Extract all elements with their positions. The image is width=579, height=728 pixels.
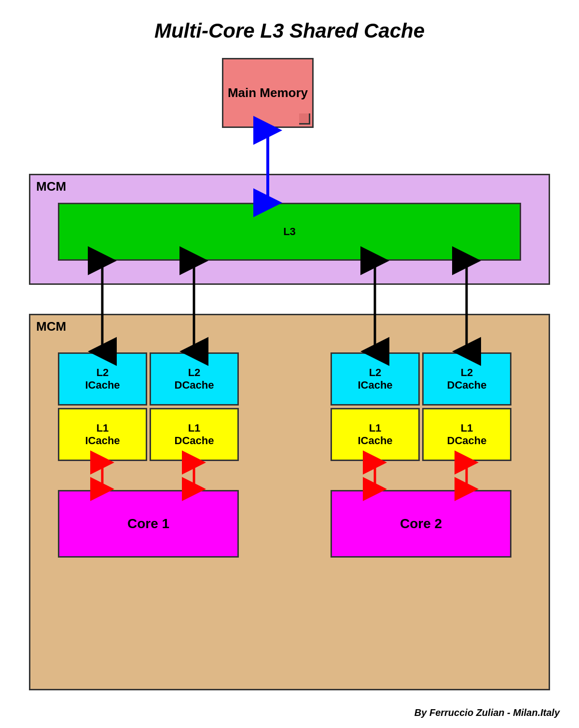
core1-label: Core 1 xyxy=(127,516,169,532)
l2-icache-core1: L2ICache xyxy=(58,352,147,406)
l1-dcache-core1-label: L1DCache xyxy=(175,422,214,447)
main-memory-label: Main Memory xyxy=(228,85,308,100)
l1-icache-core1-label: L1ICache xyxy=(85,422,120,447)
l1-icache-core1: L1ICache xyxy=(58,408,147,461)
l1-icache-core2: L1ICache xyxy=(331,408,420,461)
core1-box: Core 1 xyxy=(58,490,239,558)
l2-dcache-core1: L2DCache xyxy=(150,352,239,406)
mcm-bottom-label: MCM xyxy=(36,319,66,334)
l2-dcache-core1-label: L2DCache xyxy=(175,366,214,392)
l1-dcache-core1: L1DCache xyxy=(150,408,239,461)
l2-dcache-core2: L2DCache xyxy=(422,352,511,406)
main-memory-box: Main Memory xyxy=(222,58,314,128)
l2-icache-core2: L2ICache xyxy=(331,352,420,406)
core2-label: Core 2 xyxy=(400,516,442,532)
l2-icache-core2-label: L2ICache xyxy=(358,366,392,392)
l2-dcache-core2-label: L2DCache xyxy=(447,366,487,392)
l3-cache-box: L3 xyxy=(58,203,521,261)
core2-box: Core 2 xyxy=(331,490,511,558)
page-title: Multi-Core L3 Shared Cache xyxy=(0,0,579,57)
l1-dcache-core2-label: L1DCache xyxy=(447,422,487,447)
l3-label: L3 xyxy=(283,225,296,238)
footer-credit: By Ferruccio Zulian - Milan.Italy xyxy=(414,707,560,718)
l2-icache-core1-label: L2ICache xyxy=(85,366,120,392)
l1-dcache-core2: L1DCache xyxy=(422,408,511,461)
l1-icache-core2-label: L1ICache xyxy=(358,422,392,447)
mcm-top-label: MCM xyxy=(36,179,66,194)
